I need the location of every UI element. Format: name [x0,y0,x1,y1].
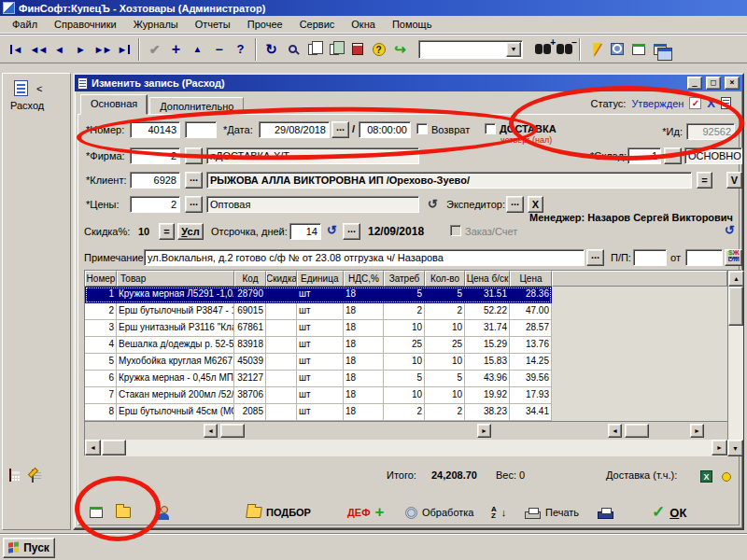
vscroll-thumb[interactable] [728,287,743,326]
quick-search-combobox[interactable]: ▼ [418,40,523,59]
window-list-button[interactable] [627,38,649,61]
mini-scroll2-right-icon[interactable]: ► [690,424,704,438]
collapse-panel-button[interactable]: < [36,83,42,94]
delete-record-button[interactable]: − [208,38,230,61]
query-button[interactable]: ? [230,38,251,61]
nav-prev-fast-button[interactable]: ◄◄ [27,38,49,61]
col-qty[interactable]: Кол-во [425,271,465,287]
number-suffix-field[interactable] [185,121,217,138]
tab-main[interactable]: Основная [80,94,148,115]
nav-last-button[interactable]: ► [113,38,134,61]
menu-windows[interactable]: Окна [343,17,384,32]
hscroll-thumb[interactable] [102,440,126,455]
delivery-checkbox[interactable] [485,123,496,134]
menu-file[interactable]: Файл [4,17,46,32]
table-row[interactable]: 3Ерш унитазный Р3116 "Класси67861шт18101… [85,320,552,337]
approve-check-icon[interactable]: ✓ [689,97,701,109]
process-button[interactable]: Обработка [405,500,473,525]
phone-recalc-icon[interactable]: ↺ [428,199,438,210]
pp-field[interactable] [633,249,667,266]
firm-code-field[interactable]: 2 [130,147,180,164]
note-expand-button[interactable]: ... [586,249,604,266]
mini-scroll2-left-icon[interactable]: ◄ [608,424,622,438]
nav-prev-button[interactable]: ◄ [49,38,70,61]
defer-picker-button[interactable]: ... [343,223,360,240]
minimize-button[interactable]: _ [687,77,702,90]
pp-date-field[interactable] [685,249,723,266]
open-folder-button[interactable] [116,500,131,525]
discount-cond-button[interactable]: УУслсл [177,223,204,240]
table-row[interactable]: 1Кружка мерная Л5291 -1,0л /А28790шт1855… [85,287,552,303]
client-code-field[interactable]: 6928 [130,172,180,189]
col-product[interactable]: Товар [117,271,234,287]
table-row[interactable]: 4Вешалка д/одежды р. 52-54 (М83918шт1825… [85,337,552,354]
note-pencil-icon[interactable] [32,469,34,483]
copy-special-button[interactable] [325,38,346,61]
menu-reports[interactable]: Отчеты [187,17,239,32]
tab-extra[interactable]: Дополнительно [149,97,244,115]
menu-journals[interactable]: Журналы [125,17,187,32]
hscroll-right-button[interactable]: ► [712,440,727,455]
prices-picker-button[interactable]: ... [185,196,203,213]
maximize-button[interactable]: □ [706,77,721,90]
edit-record-button[interactable]: ▲ [187,38,208,61]
col-number[interactable]: Номер [85,271,117,287]
fast-filter-button[interactable] [585,38,606,61]
refresh-button[interactable]: ↻ [261,38,282,61]
col-requested[interactable]: Затреб [384,271,425,287]
col-code[interactable]: Код [234,271,266,287]
fast-print-button[interactable] [598,500,613,525]
coin-icon[interactable] [722,472,731,482]
time-field[interactable]: 08:00:00 [359,121,411,138]
def-button[interactable]: ДЕФ+ [347,500,385,525]
col-vat[interactable]: НДС,% [344,271,384,287]
combobox-dropdown-button[interactable]: ▼ [506,42,521,57]
ok-button[interactable]: ✓ОКОК [652,500,686,525]
find-minus-button[interactable]: − [554,38,575,61]
report-button[interactable] [346,38,368,61]
status-doc-icon[interactable] [721,97,731,109]
client-picker-button[interactable]: ... [185,172,203,189]
mini-scroll2-thumb[interactable] [625,424,649,438]
redo-button[interactable]: ↪ [389,38,411,61]
return-checkbox[interactable] [416,123,428,134]
number-field[interactable]: 40143 [130,121,180,138]
nav-first-button[interactable]: ◄ [6,38,27,61]
warehouse-picker-button[interactable]: ... [664,147,682,164]
vscroll-down-button[interactable]: ▼ [727,440,743,456]
start-button[interactable]: Пуск [3,538,55,558]
podbor-button[interactable]: ПОДБОР [247,500,311,525]
saved-search-button[interactable] [606,38,627,61]
menu-service[interactable]: Сервис [291,17,344,32]
find-plus-button[interactable]: + [532,38,554,61]
date-picker-button[interactable]: ... [331,121,349,138]
vscroll-up-button[interactable]: ▲ [728,271,744,287]
client-v-button[interactable]: V [726,172,742,189]
hscroll-left-button[interactable]: ◄ [85,440,101,455]
copy-button[interactable] [303,38,325,61]
excel-icon[interactable]: X [700,470,712,483]
print-button[interactable]: Печать [525,500,579,525]
post-check-button[interactable]: ✔ [144,38,165,61]
table-row[interactable]: 5Мухобойка круглая М6267 /Ба45039шт18101… [85,354,552,371]
menu-other[interactable]: Прочее [239,17,291,32]
col-price-nodisc[interactable]: Цена б/ск [465,271,510,287]
note-field[interactable]: ул.Воклальня, д.2 готово с/ф № от 23.08 … [144,249,585,266]
calculator-icon[interactable] [9,469,11,482]
menu-directories[interactable]: Справочники [46,17,125,32]
client-equal-button[interactable]: = [697,172,712,189]
prices-code-field[interactable]: 2 [130,196,180,213]
forwarder-picker-button[interactable]: ... [506,196,524,213]
cancel-x-icon[interactable]: X [707,96,715,110]
warehouse-code-field[interactable]: 1 [627,147,661,164]
firm-picker-button[interactable]: ... [185,147,203,164]
client-card-button[interactable] [157,500,170,525]
insert-record-button[interactable]: + [165,38,187,61]
nav-next-fast-button[interactable]: ►► [92,38,113,61]
defer-recalc-icon[interactable]: ↺ [327,225,337,236]
search-button[interactable] [282,38,303,61]
grid-hscrollbar[interactable]: ◄ ► [85,440,727,456]
date-field[interactable]: 29/08/2018 [259,121,330,138]
col-price[interactable]: Цена [510,271,552,287]
defer-days-field[interactable]: 14 [289,223,321,240]
